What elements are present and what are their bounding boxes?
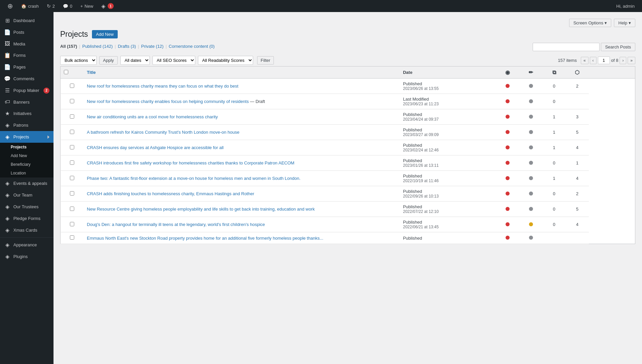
row-title-link[interactable]: Emmaus North East's new Stockton Road pr… xyxy=(87,236,323,241)
check-all-col xyxy=(61,67,84,79)
check-all-checkbox[interactable] xyxy=(64,70,68,74)
updates-link[interactable]: ↻ 2 xyxy=(43,0,58,12)
row-checkbox[interactable] xyxy=(70,160,74,165)
tab-drafts[interactable]: Drafts (3) xyxy=(118,44,136,49)
banners-icon: 🏷 xyxy=(4,99,11,105)
seo-dot-cell xyxy=(496,125,519,140)
popup-maker-icon: ☰ xyxy=(4,87,11,94)
search-posts-button[interactable]: Search Posts xyxy=(601,43,635,51)
sidebar-item-comments[interactable]: 💬 Comments xyxy=(0,73,54,85)
title-sort-link[interactable]: Title xyxy=(87,70,96,75)
help-button[interactable]: Help ▾ xyxy=(614,19,635,27)
row-checkbox[interactable] xyxy=(70,235,74,240)
row-checkbox-cell xyxy=(61,171,84,186)
screen-options-button[interactable]: Screen Options ▾ xyxy=(569,19,612,27)
row-title-link[interactable]: CRASH introduces first fire safety works… xyxy=(87,160,295,165)
wp-logo-link[interactable]: ⊕ xyxy=(4,0,16,12)
yoast-link[interactable]: ◈ 1 xyxy=(98,0,117,12)
filter-button[interactable]: Filter xyxy=(257,56,274,65)
row-num1-cell: 0 xyxy=(542,79,565,94)
sidebar-item-label: Banners xyxy=(13,100,29,105)
title-col-header: Title xyxy=(84,67,400,79)
row-checkbox[interactable] xyxy=(70,222,74,226)
row-checkbox[interactable] xyxy=(70,84,74,88)
last-page-button[interactable]: » xyxy=(628,57,635,64)
sidebar-item-banners[interactable]: 🏷 Banners xyxy=(0,96,54,108)
row-checkbox-cell xyxy=(61,109,84,125)
tab-cornerstone[interactable]: Cornerstone content (0) xyxy=(169,44,215,49)
row-title-link[interactable]: CRASH ensures day services at Ashgate Ho… xyxy=(87,145,224,150)
seo-dot xyxy=(506,130,510,134)
row-checkbox[interactable] xyxy=(70,130,74,134)
table-row: CRASH adds finishing touches to homeless… xyxy=(61,186,635,202)
tab-all[interactable]: All (157) xyxy=(60,44,77,49)
row-title-link[interactable]: Doug's Den: a hangout for terminally ill… xyxy=(87,222,265,227)
row-title-link[interactable]: Phase two: A fantastic first-floor exten… xyxy=(87,176,301,181)
sidebar-item-xmas-cards[interactable]: ◈ Xmas Cards xyxy=(0,224,54,236)
sidebar-item-pages[interactable]: 📄 Pages xyxy=(0,61,54,73)
filter-search-row: All (157) | Published (142) | Drafts (3)… xyxy=(60,43,635,54)
row-title-link[interactable]: New air conditioning units are a cool mo… xyxy=(87,114,218,119)
sidebar-item-pledge-forms[interactable]: ◈ Pledge Forms xyxy=(0,213,54,224)
bulk-actions-select[interactable]: Bulk actions xyxy=(60,56,97,65)
new-content-link[interactable]: + New xyxy=(77,0,97,12)
sidebar-item-initiatives[interactable]: ★ Initiatives xyxy=(0,108,54,119)
next-page-button[interactable]: › xyxy=(620,57,626,64)
sidebar-item-events-appeals[interactable]: ◈ Events & appeals xyxy=(0,177,54,189)
row-title-link[interactable]: New roof for homelessness charity means … xyxy=(87,84,238,89)
sidebar-item-patrons[interactable]: ◈ Patrons xyxy=(0,119,54,131)
sidebar-item-popup-maker[interactable]: ☰ Popup Maker 2 xyxy=(0,85,54,96)
submenu-item-projects[interactable]: Projects xyxy=(0,143,54,151)
seo-dot xyxy=(506,161,510,165)
sidebar-item-dashboard[interactable]: ⊞ Dashboard xyxy=(0,15,54,26)
sidebar-item-posts[interactable]: 📄 Posts xyxy=(0,26,54,38)
page-input[interactable] xyxy=(598,56,610,64)
readability-select[interactable]: All Readability Scores xyxy=(198,56,253,65)
row-num1-cell xyxy=(542,232,565,244)
row-checkbox[interactable] xyxy=(70,145,74,149)
pagination: 157 items « ‹ of 8 › » xyxy=(558,56,635,64)
sidebar-item-appearance[interactable]: ◈ Appearance xyxy=(0,239,54,251)
add-new-button[interactable]: Add New xyxy=(92,30,118,38)
row-title-link[interactable]: New roof for homelessness charity enable… xyxy=(87,99,249,104)
sidebar-item-projects[interactable]: ◈ Projects xyxy=(0,131,54,143)
date-value: 2023/02/24 at 12:46 xyxy=(403,148,493,152)
row-checkbox[interactable] xyxy=(70,191,74,196)
sidebar-item-our-team[interactable]: ◈ Our Team xyxy=(0,189,54,201)
sidebar-item-forms[interactable]: 📋 Forms xyxy=(0,49,54,61)
submenu-label: Location xyxy=(11,171,26,175)
row-checkbox-cell xyxy=(61,202,84,217)
comments-link[interactable]: 💬 0 xyxy=(60,0,76,12)
help-arrow: ▾ xyxy=(629,20,631,25)
table-row: New Resource Centre giving homeless peop… xyxy=(61,202,635,217)
tab-published[interactable]: Published (142) xyxy=(82,44,113,49)
readability-dot xyxy=(529,207,533,211)
seo-scores-select[interactable]: All SEO Scores xyxy=(152,56,195,65)
submenu-item-location[interactable]: Location xyxy=(0,169,54,177)
row-checkbox[interactable] xyxy=(70,99,74,103)
tab-private[interactable]: Private (12) xyxy=(141,44,164,49)
sidebar-item-our-trustees[interactable]: ◈ Our Trustees xyxy=(0,201,54,213)
draft-label: — Draft xyxy=(249,99,265,104)
submenu-item-add-new[interactable]: Add New xyxy=(0,151,54,160)
screen-options-arrow: ▾ xyxy=(605,20,607,25)
sidebar-item-media[interactable]: 🖼 Media xyxy=(0,38,54,49)
first-page-button[interactable]: « xyxy=(581,57,588,64)
row-title-link[interactable]: CRASH adds finishing touches to homeless… xyxy=(87,191,254,196)
submenu-item-beneficiary[interactable]: Beneficiary xyxy=(0,160,54,169)
prev-page-button[interactable]: ‹ xyxy=(590,57,597,64)
updates-count: 2 xyxy=(52,4,55,9)
row-checkbox[interactable] xyxy=(70,114,74,119)
search-input[interactable] xyxy=(533,43,600,51)
site-name-link[interactable]: 🏠 crash xyxy=(18,0,42,12)
sidebar-item-plugins[interactable]: ◈ Plugins xyxy=(0,251,54,262)
dates-select[interactable]: All dates xyxy=(120,56,150,65)
row-checkbox[interactable] xyxy=(70,207,74,211)
apply-button[interactable]: Apply xyxy=(99,56,118,65)
row-title-link[interactable]: New Resource Centre giving homeless peop… xyxy=(87,207,315,212)
row-checkbox[interactable] xyxy=(70,176,74,180)
menu-divider xyxy=(0,237,54,238)
row-num2-cell xyxy=(566,232,589,244)
row-title-link[interactable]: A bathroom refresh for Kairos Community … xyxy=(87,130,239,135)
seo-dot-cell xyxy=(496,155,519,171)
